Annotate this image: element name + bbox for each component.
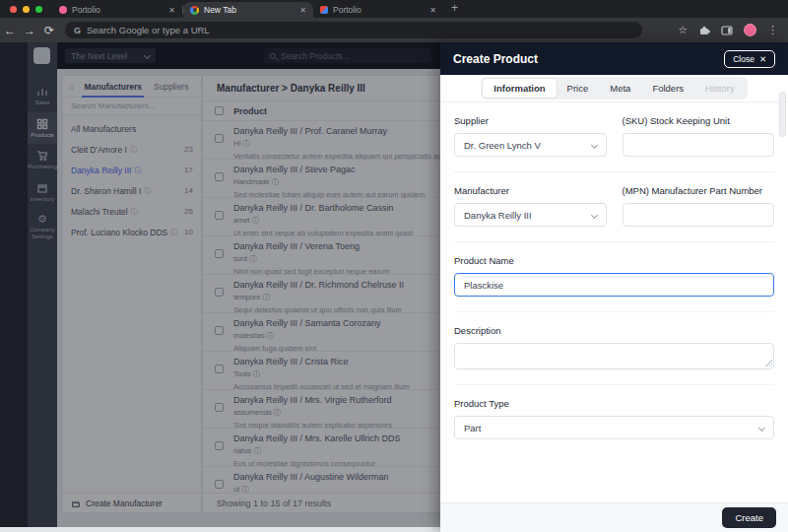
address-placeholder: Search Google or type a URL (87, 25, 210, 35)
product-name-label: Product Name (454, 255, 774, 266)
minimize-window-icon[interactable] (23, 6, 30, 13)
tab-title: New Tab (204, 5, 295, 15)
side-panel-icon[interactable] (721, 25, 733, 36)
extensions-puzzle-icon[interactable] (698, 25, 710, 36)
tab-close-icon[interactable]: ✕ (429, 6, 436, 15)
chevron-down-icon (590, 141, 597, 148)
mpn-label: (MPN) Manufacturer Part Number (623, 185, 775, 196)
product-type-select[interactable]: Part (454, 416, 774, 439)
close-window-icon[interactable] (10, 6, 17, 13)
modal-footer: Create (440, 502, 788, 532)
supplier-select[interactable]: Dr. Green Lynch V (454, 133, 607, 157)
toolbar-actions: ☆ ⋮ (678, 24, 788, 36)
chevron-down-icon (758, 424, 765, 431)
bookmark-star-icon[interactable]: ☆ (678, 24, 688, 36)
description-label: Description (454, 325, 774, 336)
modal-tabbar: Information Price Meta Folders History (440, 75, 788, 102)
new-tab-button[interactable]: + (451, 1, 458, 15)
resize-handle-icon[interactable] (765, 360, 772, 366)
tab-history: History (694, 79, 746, 98)
tab-title: Portolio (333, 5, 425, 15)
create-product-modal: Create Product Close ✕ Information Price… (440, 42, 788, 532)
create-button[interactable]: Create (722, 507, 776, 528)
close-button[interactable]: Close ✕ (724, 50, 775, 68)
modal-body: Supplier Dr. Green Lynch V (SKU) Stock K… (440, 102, 788, 454)
modal-title: Create Product (453, 52, 538, 66)
drawer-scrollbar[interactable] (779, 92, 786, 137)
portolio-favicon (59, 6, 67, 14)
browser-tab-new-tab[interactable]: New Tab ✕ (183, 2, 313, 18)
browser-menu-dots-icon[interactable]: ⋮ (767, 24, 778, 36)
browser-tab-portolio-1[interactable]: Portolio ✕ (52, 2, 182, 18)
sku-input[interactable] (623, 133, 775, 157)
tab-close-icon[interactable]: ✕ (168, 6, 175, 15)
address-bar[interactable]: G Search Google or type a URL (65, 22, 642, 38)
browser-tabstrip: Portolio ✕ New Tab ✕ Portolio ✕ + (0, 0, 788, 18)
sku-label: (SKU) Stock Keeping Unit (623, 115, 775, 126)
profile-avatar[interactable] (744, 24, 756, 36)
tab-close-icon[interactable]: ✕ (299, 6, 306, 15)
manufacturer-label: Manufacturer (454, 185, 607, 196)
chevron-down-icon (590, 211, 597, 218)
modal-header: Create Product Close ✕ (440, 42, 788, 75)
supplier-label: Supplier (454, 115, 607, 126)
browser-tab-portolio-2[interactable]: Portolio ✕ (313, 2, 443, 18)
close-icon: ✕ (759, 54, 766, 64)
tab-price[interactable]: Price (557, 79, 600, 98)
product-name-input[interactable] (454, 273, 774, 297)
tab-folders[interactable]: Folders (641, 79, 694, 98)
forward-icon[interactable]: → (20, 24, 39, 37)
portolio-favicon (320, 6, 328, 14)
tab-information[interactable]: Information (483, 79, 556, 98)
maximize-window-icon[interactable] (35, 6, 42, 13)
manufacturer-select[interactable]: Danyka Reilly III (454, 203, 607, 227)
google-favicon (190, 6, 199, 15)
mpn-input[interactable] (623, 203, 775, 227)
reload-icon[interactable]: ⟳ (39, 24, 59, 37)
description-textarea[interactable] (454, 343, 774, 369)
tab-meta[interactable]: Meta (599, 79, 641, 98)
window-controls[interactable] (0, 6, 52, 18)
screen: Portolio ✕ New Tab ✕ Portolio ✕ + ← → ⟳ … (0, 0, 788, 532)
google-g-icon: G (74, 26, 81, 35)
back-icon[interactable]: ← (0, 24, 20, 37)
tab-title: Portolio (72, 5, 164, 15)
browser-toolbar: ← → ⟳ G Search Google or type a URL ☆ ⋮ (0, 18, 788, 42)
product-type-label: Product Type (454, 398, 774, 409)
